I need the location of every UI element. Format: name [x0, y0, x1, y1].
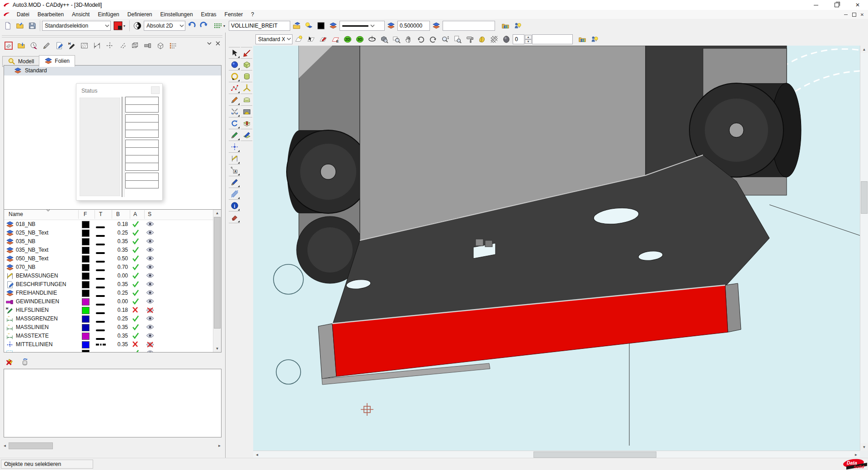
new-file-button[interactable]: [2, 20, 14, 32]
layer-table-scrollbar[interactable]: ▲ ▼: [213, 209, 221, 352]
pencil-orange-button[interactable]: [229, 94, 240, 106]
mdi-close-button[interactable]: ✕: [858, 11, 866, 18]
black-swatch-button[interactable]: [315, 20, 327, 32]
active-cross-icon[interactable]: [132, 341, 138, 347]
visible-eye-icon[interactable]: [146, 239, 154, 244]
tab-folien[interactable]: Folien: [39, 55, 75, 67]
visible-eye-icon[interactable]: [146, 299, 154, 304]
visible-eye-icon[interactable]: [146, 333, 154, 338]
menu-item-einfgen[interactable]: Einfügen: [94, 11, 123, 18]
save-button[interactable]: [26, 20, 38, 32]
orbit-3d-button[interactable]: [366, 33, 378, 45]
status-field[interactable]: [125, 147, 159, 155]
layer-row-MITTELLINIEN[interactable]: MITTELLINIEN0.35: [4, 340, 213, 349]
bolt-side-button[interactable]: [142, 40, 154, 52]
active-check-icon[interactable]: [132, 281, 139, 287]
open-folder-button[interactable]: [14, 20, 26, 32]
visible-eye-icon[interactable]: [146, 264, 154, 269]
zoom-win-button[interactable]: [391, 33, 402, 45]
active-check-icon[interactable]: [132, 350, 139, 352]
active-check-icon[interactable]: [132, 255, 139, 262]
3d-canvas[interactable]: [253, 46, 860, 451]
layer-row-018_NB[interactable]: 018_NB0.18: [4, 220, 213, 229]
active-cross-icon[interactable]: [132, 307, 138, 313]
pencil-blue-button[interactable]: [229, 176, 240, 188]
layer-color-swatch[interactable]: [82, 324, 90, 331]
user-bulb-button[interactable]: [512, 20, 524, 32]
hatch-x-button[interactable]: [488, 33, 500, 45]
visible-eye-icon[interactable]: [146, 290, 154, 295]
label-a-button[interactable]: A: [229, 164, 240, 176]
active-color-button[interactable]: ▾: [111, 20, 127, 32]
plane-e-button[interactable]: E: [330, 33, 341, 45]
layer-color-swatch[interactable]: [82, 350, 90, 352]
column-header-s[interactable]: S: [148, 211, 151, 217]
dock-grip[interactable]: [2, 35, 222, 38]
center-dot-button[interactable]: [229, 141, 240, 153]
column-header-f[interactable]: F: [84, 211, 87, 217]
orbit-yellow-button[interactable]: [229, 70, 240, 82]
view-plane-combo[interactable]: Standard XY: [255, 34, 292, 44]
menu-item-bearbeiten[interactable]: Bearbeiten: [33, 11, 68, 18]
eraser-frame-button[interactable]: [3, 40, 14, 52]
viewport-horizontal-scrollbar[interactable]: ◄ ►: [253, 451, 860, 458]
layer-color-swatch[interactable]: [82, 273, 90, 280]
scroll-up-arrow[interactable]: ▲: [860, 46, 868, 53]
cross-dash-button[interactable]: [104, 40, 116, 52]
status-floating-panel[interactable]: Status: [76, 83, 163, 201]
cube-wire-button[interactable]: [129, 40, 141, 52]
layer-color-swatch[interactable]: [82, 333, 90, 340]
active-check-icon[interactable]: [132, 230, 139, 236]
pencil-green-button[interactable]: [229, 129, 240, 141]
active-check-icon[interactable]: [132, 333, 139, 339]
box-iso-button[interactable]: [155, 40, 166, 52]
assembly-bolt-button[interactable]: [241, 118, 252, 129]
dock-collapse-button[interactable]: [206, 40, 213, 47]
spinner-down-button[interactable]: ▼: [525, 39, 532, 44]
linetype-name-input[interactable]: [229, 21, 290, 31]
extra-input[interactable]: [443, 21, 495, 31]
tree-item-standard[interactable]: Standard: [4, 66, 221, 75]
folder-users-button[interactable]: [576, 33, 588, 45]
grid-settings-button[interactable]: ▾: [210, 20, 228, 32]
scroll-down-arrow[interactable]: ▼: [213, 345, 221, 352]
delete-x-button[interactable]: [4, 356, 15, 368]
scroll-thumb[interactable]: [533, 451, 656, 458]
dim-n-yellow-button[interactable]: [229, 153, 240, 164]
scroll-left-arrow[interactable]: ◄: [253, 451, 261, 458]
info-blue-button[interactable]: i: [229, 200, 240, 212]
scroll-thumb[interactable]: [214, 217, 221, 329]
layer-color-swatch[interactable]: [82, 281, 90, 288]
cube-solid-button[interactable]: [241, 59, 252, 70]
minimize-button[interactable]: [806, 0, 826, 10]
layer-row-MASSGRENZEN[interactable]: MASSGRENZEN0.25: [4, 315, 213, 323]
visible-eye-icon[interactable]: [146, 350, 154, 352]
view-number-spinner[interactable]: ▲▼: [513, 34, 532, 44]
status-field[interactable]: [125, 104, 159, 113]
zoom-page-button[interactable]: [452, 33, 463, 45]
selection-output-box[interactable]: [4, 369, 222, 437]
layer-color-swatch[interactable]: [82, 238, 90, 245]
status-field[interactable]: [125, 97, 159, 105]
layer-color-swatch[interactable]: [82, 230, 90, 237]
active-check-icon[interactable]: [132, 221, 139, 227]
user-bulb-button[interactable]: [589, 33, 600, 45]
active-check-icon[interactable]: [132, 264, 139, 270]
menu-item-einstellungen[interactable]: Einstellungen: [156, 11, 197, 18]
mdi-restore-button[interactable]: [850, 11, 858, 18]
contrast-icon[interactable]: [132, 20, 143, 32]
layer-row-BESCHRIFTUNGEN[interactable]: BESCHRIFTUNGEN0.35: [4, 280, 213, 289]
clock-pencil-button[interactable]: [28, 40, 40, 52]
layers-icon[interactable]: [430, 20, 442, 32]
pencil-gray-button[interactable]: [41, 40, 52, 52]
eraser-red-button[interactable]: [229, 212, 240, 223]
column-header-a[interactable]: A: [133, 211, 137, 217]
layer-row-GEWINDELINIEN[interactable]: GEWINDELINIEN0.00: [4, 297, 213, 306]
layers-button[interactable]: [327, 20, 339, 32]
layer-linetype[interactable]: [96, 343, 106, 346]
zoom-dyn-button[interactable]: [439, 33, 451, 45]
view-extra-input[interactable]: [532, 34, 573, 44]
tripod-button[interactable]: [241, 82, 252, 94]
scroll-down-arrow[interactable]: ▼: [860, 443, 868, 451]
active-check-icon[interactable]: [132, 290, 139, 296]
